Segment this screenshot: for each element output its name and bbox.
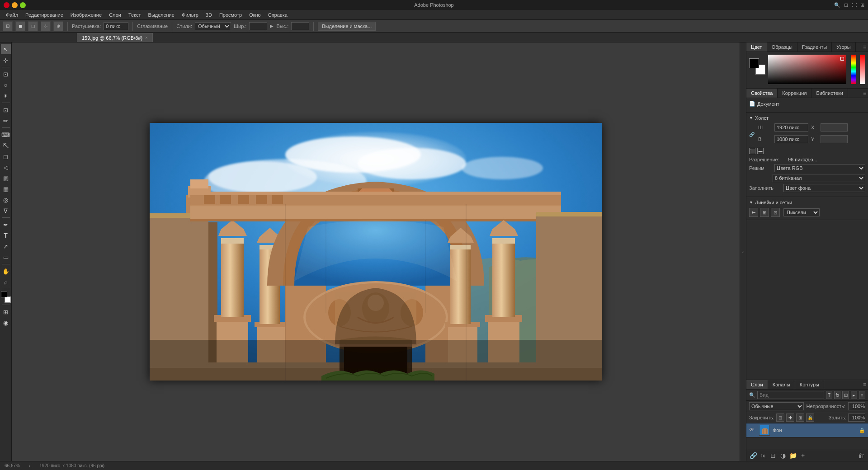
layers-tab-paths[interactable]: Контуры — [795, 380, 824, 389]
fullscreen-icon[interactable]: ⛶ — [852, 2, 857, 8]
minimize-button[interactable] — [12, 2, 18, 8]
layer-adjust-btn[interactable]: ▸ — [851, 391, 857, 399]
color-spectrum[interactable] — [851, 55, 856, 84]
stili-select[interactable]: Обычный — [195, 22, 231, 30]
color-tab-patterns[interactable]: Узоры — [832, 42, 855, 52]
quick-mask-tool[interactable]: ⊞ — [1, 307, 11, 317]
blur-tool[interactable]: ◎ — [1, 195, 11, 205]
search-icon[interactable]: 🔍 — [834, 2, 840, 8]
color-gradient-picker[interactable] — [768, 55, 846, 84]
history-brush-tool[interactable]: ◁ — [1, 162, 11, 172]
layer-add-style-btn[interactable]: fx — [834, 391, 840, 399]
lasso-tool[interactable]: ○ — [1, 80, 11, 90]
menu-select[interactable]: Выделение — [145, 11, 178, 19]
foreground-color-swatch[interactable] — [1, 291, 7, 297]
color-mode-select[interactable]: Цвета RGB — [774, 164, 865, 172]
props-tab-libraries[interactable]: Библиотеки — [811, 89, 848, 98]
layers-panel-menu-icon[interactable]: ≡ — [863, 381, 866, 388]
menu-view[interactable]: Просмотр — [216, 11, 245, 19]
extend-icon[interactable]: ⊞ — [860, 2, 864, 8]
menu-filter[interactable]: Фильтр — [179, 11, 202, 19]
menu-text[interactable]: Текст — [125, 11, 144, 19]
hand-tool[interactable]: ✋ — [1, 266, 11, 276]
move-tool[interactable]: ↖ — [1, 44, 11, 54]
grid-unit-select[interactable]: Пиксели — [783, 208, 820, 216]
spot-healing-tool[interactable]: ⌨ — [1, 130, 11, 140]
color-tab-color[interactable]: Цвет — [746, 42, 767, 52]
tool-options-icon1[interactable]: ⊡ — [3, 21, 13, 31]
layer-mask-add-btn[interactable]: ⊡ — [769, 451, 777, 460]
shirina-input[interactable] — [249, 22, 267, 30]
gradient-tool[interactable]: ▦ — [1, 184, 11, 194]
foreground-color-box[interactable] — [749, 58, 759, 68]
tool-options-icon2[interactable]: ◼ — [15, 21, 25, 31]
canvas-section-header[interactable]: ▼ Холст — [749, 115, 865, 121]
menu-window[interactable]: Окно — [246, 11, 264, 19]
color-panel-menu-icon[interactable]: ≡ — [863, 44, 866, 50]
layer-group-btn[interactable]: 📁 — [789, 451, 797, 460]
canvas-x-input[interactable] — [821, 123, 848, 132]
eraser-tool[interactable]: ▨ — [1, 173, 11, 183]
menu-3d[interactable]: 3D — [203, 11, 215, 19]
fill-select[interactable]: Цвет фона — [783, 184, 865, 192]
layer-mask-btn[interactable]: ⊡ — [842, 391, 849, 399]
lock-artboard-btn[interactable]: ⊞ — [796, 414, 804, 422]
lock-pixels-btn[interactable]: ⊡ — [776, 414, 784, 422]
color-spectrum2[interactable] — [860, 55, 865, 84]
magic-wand-tool[interactable]: ✴ — [1, 91, 11, 101]
crop-tool[interactable]: ⊡ — [1, 105, 11, 115]
tool-options-icon5[interactable]: ⊕ — [53, 21, 63, 31]
document-tab[interactable]: 159.jpg @ 66,7% (RGB/8#) × — [77, 33, 153, 42]
color-tab-swatches[interactable]: Образцы — [767, 42, 797, 52]
document-section-header[interactable]: 📄 Документ — [749, 101, 865, 107]
canvas-height-input[interactable] — [774, 135, 808, 143]
canvas-y-input[interactable] — [821, 135, 848, 143]
tab-close-button[interactable]: × — [145, 35, 148, 40]
layer-options-btn[interactable]: ≡ — [859, 391, 865, 399]
menu-file[interactable]: Файл — [3, 11, 21, 19]
dodge-tool[interactable]: ∇ — [1, 206, 11, 216]
bit-depth-select[interactable]: 8 бит/канал — [773, 174, 865, 182]
tool-options-icon3[interactable]: ◻ — [28, 21, 38, 31]
fill-input[interactable] — [848, 414, 865, 422]
screen-mode-tool[interactable]: ◉ — [1, 318, 11, 328]
shape-tool[interactable]: ▭ — [1, 252, 11, 262]
layer-delete-btn[interactable]: 🗑 — [857, 451, 865, 460]
props-tab-corrections[interactable]: Коррекция — [778, 89, 811, 98]
layers-blend-mode-select[interactable]: Обычные — [749, 402, 804, 410]
lock-position-btn[interactable]: ✚ — [786, 414, 794, 422]
props-tab-properties[interactable]: Свойства — [746, 89, 778, 98]
grid-snap-icon-btn[interactable]: ⊡ — [771, 208, 780, 217]
arrange-icon[interactable]: ⊡ — [844, 2, 848, 8]
zoom-tool[interactable]: ⌕ — [1, 277, 11, 287]
menu-image[interactable]: Изображение — [67, 11, 105, 19]
layer-fx-btn[interactable]: fx — [759, 451, 767, 460]
type-tool[interactable]: T — [1, 230, 11, 240]
menu-layers[interactable]: Слои — [106, 11, 124, 19]
rastushevka-input[interactable] — [104, 22, 128, 30]
menu-edit[interactable]: Редактирование — [22, 11, 66, 19]
layer-new-btn[interactable]: + — [799, 451, 807, 460]
layers-search-input[interactable] — [757, 391, 824, 399]
props-panel-menu-icon[interactable]: ≡ — [863, 90, 866, 96]
vysota-input[interactable] — [291, 22, 309, 30]
background-color-swatch[interactable] — [5, 296, 11, 303]
marquee-tool[interactable]: ⊡ — [1, 69, 11, 79]
layer-type-filter-btn[interactable]: T — [826, 391, 832, 399]
path-select-tool[interactable]: ↗ — [1, 241, 11, 251]
panel-collapse-handle[interactable]: ‹ — [740, 42, 746, 461]
layer-item[interactable]: 👁 Фон 🔒 — [746, 423, 868, 437]
color-tab-gradients[interactable]: Градиенты — [797, 42, 832, 52]
layers-tab-channels[interactable]: Каналы — [768, 380, 795, 389]
layers-tab-layers[interactable]: Слои — [746, 380, 768, 389]
brush-tool[interactable]: ⛏ — [1, 141, 11, 150]
maximize-button[interactable] — [20, 2, 26, 8]
ruler-icon-btn[interactable]: ⊢ — [749, 208, 758, 217]
canvas-link-icon[interactable]: 🔗 — [749, 132, 755, 137]
canvas-width-input[interactable] — [774, 123, 808, 132]
pen-tool[interactable]: ✒ — [1, 220, 11, 230]
close-button[interactable] — [4, 2, 9, 8]
eyedropper-tool[interactable]: ✏ — [1, 116, 11, 126]
selection-mask-button[interactable]: Выделение и маска... — [318, 22, 376, 31]
grids-section-header[interactable]: ▼ Линейки и сетки — [749, 200, 865, 205]
